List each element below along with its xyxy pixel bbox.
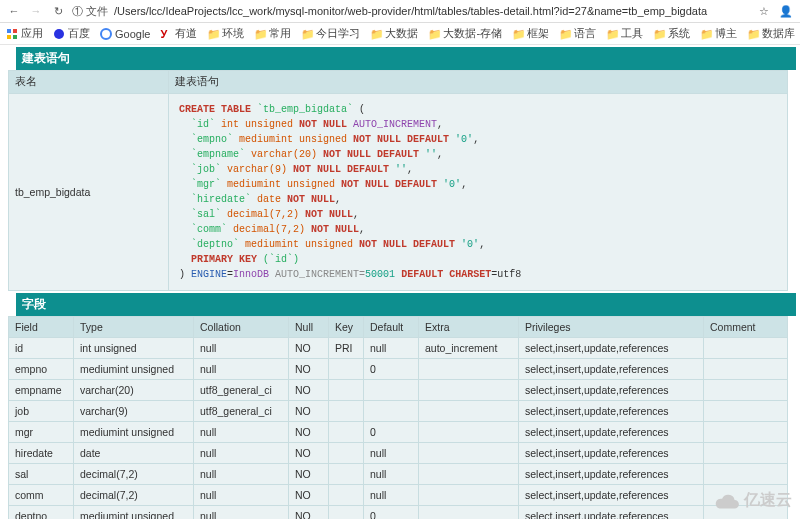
ddl-cell: CREATE TABLE `tb_emp_bigdata` ( `id` int… <box>169 94 788 291</box>
cell: decimal(7,2) <box>74 464 194 485</box>
cell: select,insert,update,references <box>519 422 704 443</box>
user-avatar-icon[interactable]: 👤 <box>778 5 794 18</box>
folder-icon: 📁 <box>207 28 219 40</box>
cell: null <box>194 464 289 485</box>
cell: null <box>364 338 419 359</box>
cell: select,insert,update,references <box>519 506 704 520</box>
th: Null <box>289 317 329 338</box>
cloud-icon <box>714 492 740 510</box>
cell: null <box>194 422 289 443</box>
cell: varchar(9) <box>74 401 194 422</box>
folder-icon: 📁 <box>559 28 571 40</box>
cell <box>704 380 788 401</box>
fields-table: Field Type Collation Null Key Default Ex… <box>8 316 788 519</box>
th: Field <box>9 317 74 338</box>
folder-icon: 📁 <box>747 28 759 40</box>
cell: PRI <box>329 338 364 359</box>
cell: empno <box>9 359 74 380</box>
bookmark-folder[interactable]: 📁常用 <box>254 26 291 41</box>
cell: select,insert,update,references <box>519 338 704 359</box>
cell: comm <box>9 485 74 506</box>
bookmark-folder[interactable]: 📁数据库 <box>747 26 795 41</box>
bookmark-folder[interactable]: 📁今日学习 <box>301 26 360 41</box>
cell <box>329 443 364 464</box>
cell <box>419 359 519 380</box>
reload-icon[interactable]: ↻ <box>50 3 66 19</box>
bookmark-item[interactable]: 百度 <box>53 26 90 41</box>
cell: null <box>194 506 289 520</box>
cell <box>329 485 364 506</box>
cell: mediumint unsigned <box>74 506 194 520</box>
cell: null <box>194 443 289 464</box>
cell: hiredate <box>9 443 74 464</box>
bookmark-item[interactable]: Google <box>100 28 150 40</box>
cell: mgr <box>9 422 74 443</box>
th: Privileges <box>519 317 704 338</box>
cell <box>419 380 519 401</box>
cell <box>364 380 419 401</box>
baidu-icon <box>53 28 65 40</box>
svg-rect-0 <box>7 29 11 33</box>
bookmark-folder[interactable]: 📁系统 <box>653 26 690 41</box>
bookmarks-bar: 应用 百度 Google У有道 📁环境 📁常用 📁今日学习 📁大数据 📁大数据… <box>0 23 800 45</box>
section-create-title: 建表语句 <box>16 47 796 70</box>
cell: select,insert,update,references <box>519 401 704 422</box>
table-name-cell: tb_emp_bigdata <box>9 94 169 291</box>
bookmark-folder[interactable]: 📁框架 <box>512 26 549 41</box>
table-row: idint unsignednullNOPRInullauto_incremen… <box>9 338 788 359</box>
bookmark-folder[interactable]: 📁工具 <box>606 26 643 41</box>
table-row: saldecimal(7,2)nullNOnullselect,insert,u… <box>9 464 788 485</box>
bookmark-folder[interactable]: 📁语言 <box>559 26 596 41</box>
back-icon[interactable]: ← <box>6 3 22 19</box>
svg-rect-3 <box>13 35 17 39</box>
watermark: 亿速云 <box>714 490 792 511</box>
bookmark-folder[interactable]: 📁环境 <box>207 26 244 41</box>
cell <box>419 422 519 443</box>
forward-icon[interactable]: → <box>28 3 44 19</box>
bookmark-folder[interactable]: 📁博主 <box>700 26 737 41</box>
table-row: empnomediumint unsignednullNO0select,ins… <box>9 359 788 380</box>
cell <box>364 401 419 422</box>
cell: null <box>364 443 419 464</box>
table-row: empnamevarchar(20)utf8_general_ciNOselec… <box>9 380 788 401</box>
cell: NO <box>289 506 329 520</box>
cell: job <box>9 401 74 422</box>
cell: 0 <box>364 422 419 443</box>
svg-rect-1 <box>13 29 17 33</box>
address-bar[interactable] <box>114 5 750 17</box>
th: Key <box>329 317 364 338</box>
bookmark-folder[interactable]: 📁大数据 <box>370 26 418 41</box>
browser-toolbar: ← → ↻ ① 文件 ☆ 👤 <box>0 0 800 23</box>
th: Collation <box>194 317 289 338</box>
folder-icon: 📁 <box>606 28 618 40</box>
cell: NO <box>289 401 329 422</box>
bookmark-star-icon[interactable]: ☆ <box>756 5 772 18</box>
cell: select,insert,update,references <box>519 443 704 464</box>
cell: NO <box>289 359 329 380</box>
cell: int unsigned <box>74 338 194 359</box>
folder-icon: 📁 <box>370 28 382 40</box>
table-row: mgrmediumint unsignednullNO0select,inser… <box>9 422 788 443</box>
cell <box>419 506 519 520</box>
cell <box>704 338 788 359</box>
bookmark-folder[interactable]: 📁大数据-存储 <box>428 26 502 41</box>
cell: NO <box>289 380 329 401</box>
cell <box>704 443 788 464</box>
table-row: hiredatedatenullNOnullselect,insert,upda… <box>9 443 788 464</box>
svg-rect-2 <box>7 35 11 39</box>
apps-icon <box>6 28 18 40</box>
cell <box>329 401 364 422</box>
apps-button[interactable]: 应用 <box>6 26 43 41</box>
svg-point-4 <box>54 29 64 39</box>
table-row: deptnomediumint unsignednullNO0select,in… <box>9 506 788 520</box>
bookmark-item[interactable]: У有道 <box>160 26 197 41</box>
cell: null <box>364 464 419 485</box>
cell <box>419 485 519 506</box>
cell: utf8_general_ci <box>194 380 289 401</box>
cell: select,insert,update,references <box>519 380 704 401</box>
cell <box>419 401 519 422</box>
th: Default <box>364 317 419 338</box>
table-row: commdecimal(7,2)nullNOnullselect,insert,… <box>9 485 788 506</box>
th-table-name: 表名 <box>9 71 169 94</box>
svg-point-5 <box>101 29 111 39</box>
